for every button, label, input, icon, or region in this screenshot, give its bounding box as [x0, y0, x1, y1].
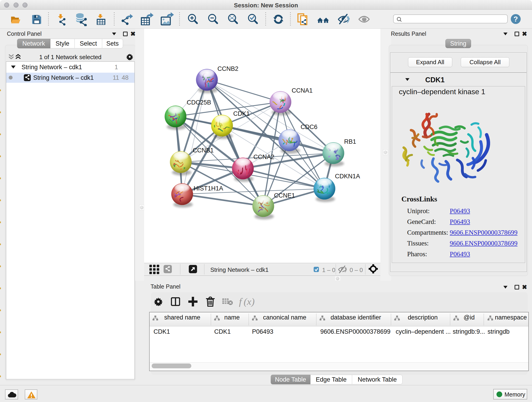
- svg-text:CCNA1: CCNA1: [292, 87, 313, 94]
- svg-text:CDC25B: CDC25B: [187, 99, 211, 106]
- svg-text:CCNB2: CCNB2: [217, 65, 239, 72]
- svg-text:RB1: RB1: [344, 138, 356, 145]
- svg-text:CCNB1: CCNB1: [193, 147, 214, 154]
- svg-text:HIST1H1A: HIST1H1A: [194, 185, 223, 192]
- svg-text:CCNA2: CCNA2: [253, 153, 274, 160]
- svg-text:CDC6: CDC6: [301, 123, 317, 130]
- svg-text:?: ?: [513, 15, 518, 23]
- svg-text:CCNE1: CCNE1: [274, 192, 295, 199]
- svg-text:CDKN1A: CDKN1A: [335, 173, 360, 180]
- svg-text:CDK1: CDK1: [233, 110, 250, 117]
